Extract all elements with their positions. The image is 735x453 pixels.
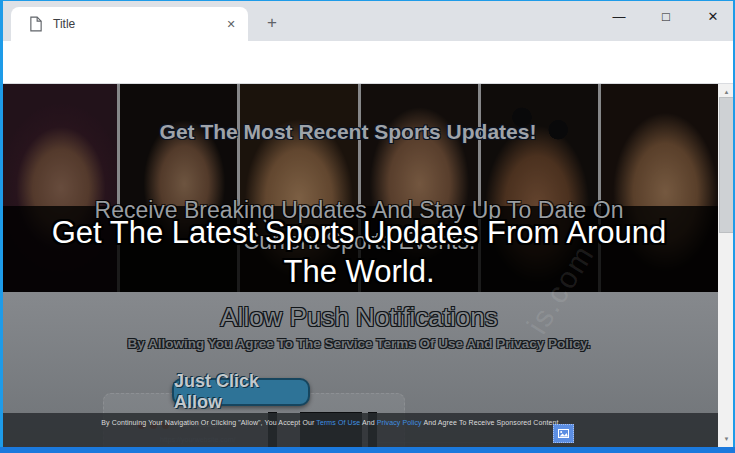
- browser-tab[interactable]: Title ✕: [11, 7, 248, 41]
- new-tab-button[interactable]: +: [260, 12, 284, 34]
- browser-toolbar: Not secure | wearevery.fun ☆ ⋮: [0, 41, 735, 84]
- tab-strip: Title ✕ + — □ ✕: [0, 0, 735, 41]
- just-click-allow-button[interactable]: Just Click Allow: [172, 378, 310, 406]
- privacy-policy-link[interactable]: Privacy Policy: [377, 419, 422, 426]
- window-border: [0, 0, 735, 1]
- consent-bar: By Continuing Your Navigation Or Clickin…: [0, 413, 718, 448]
- page-favicon-icon: [29, 16, 43, 32]
- consent-text: By Continuing Your Navigation Or Clickin…: [101, 419, 560, 426]
- hero-top-title: Get The Most Recent Sports Updates!: [0, 120, 718, 144]
- scrollbar-thumb[interactable]: [719, 97, 734, 233]
- push-heading: Allow Push Notifications: [0, 302, 718, 333]
- window-border: [0, 0, 3, 453]
- tab-title: Title: [53, 17, 222, 31]
- window-border: [0, 447, 735, 453]
- terms-of-use-link[interactable]: Terms Of Use: [316, 419, 360, 426]
- window-minimize-button[interactable]: —: [596, 0, 642, 32]
- page-content: Get The Most Recent Sports Updates! Rece…: [0, 84, 735, 448]
- tab-close-icon[interactable]: ✕: [222, 15, 240, 33]
- push-subheading: By Allowing You Agree To The Service Ter…: [0, 336, 718, 351]
- consent-blue-button[interactable]: [553, 424, 574, 443]
- window-maximize-button[interactable]: □: [643, 0, 689, 32]
- broken-image-icon: [558, 429, 569, 438]
- window-close-button[interactable]: ✕: [690, 0, 735, 32]
- browser-window: Title ✕ + — □ ✕ Not secure | wearevery.f…: [0, 0, 735, 453]
